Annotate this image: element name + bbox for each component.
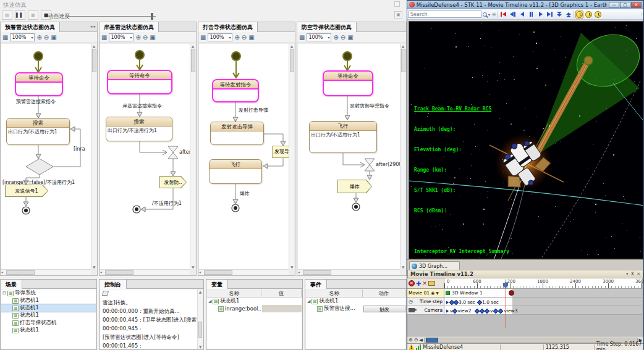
timeline-ruler[interactable]: 0 600 1200 1800 2400 3000 3600 (444, 278, 642, 289)
expander-icon[interactable]: ◢ (307, 299, 310, 304)
zoom-out-icon[interactable]: ⊖ (143, 35, 148, 41)
zoom-in-icon[interactable]: ⊕ (409, 337, 413, 343)
go-to-start-button[interactable] (499, 10, 507, 19)
keyframe-icon[interactable] (477, 299, 482, 304)
variable-row-inrange[interactable]: inrange:bool... (207, 305, 302, 312)
tree-item-statemachine-selected[interactable]: 状态机1 (1, 304, 96, 312)
search-input[interactable] (409, 10, 481, 18)
time-event-hourglass[interactable] (168, 146, 178, 152)
diagram-canvas-4[interactable]: 等待命令 发射防御导弹指令 飞行 出口行为/不适用行为1 after(2900 … (298, 44, 400, 269)
tree-item-statemachine[interactable]: 状态机1 (1, 297, 96, 304)
h-scrollbar[interactable]: ◂ (298, 269, 400, 275)
step-back-button[interactable] (509, 10, 517, 19)
fit-view-icon[interactable]: ▣ (248, 35, 254, 41)
clip-end-marker[interactable] (509, 290, 514, 296)
tab-scene[interactable]: 场景 (1, 280, 22, 289)
v-scrollbar[interactable]: ▲▼ (289, 44, 294, 269)
initial-node[interactable] (135, 51, 144, 59)
zoom-out-icon[interactable]: ⊖ (242, 35, 247, 41)
zoom-in-icon[interactable]: ⊕ (333, 35, 338, 41)
send-signal-shape[interactable]: 爆炸 (337, 180, 372, 193)
events-root-row[interactable]: ◢ 状态机1 (306, 298, 405, 305)
tree-item-strike-missile-sm[interactable]: 打击导弹状态机 (1, 319, 96, 327)
toolbar-overflow-icon[interactable]: ⁞ (641, 12, 642, 17)
search-dropdown-icon[interactable]: ▾ (488, 12, 490, 17)
initial-node[interactable] (34, 52, 43, 60)
keyframe-icon[interactable] (485, 308, 489, 313)
tab-3d-graphics[interactable]: 3D Graph... (409, 261, 460, 270)
zoom-in-icon[interactable]: ⊕ (36, 35, 41, 41)
maximize-button[interactable]: ▢ (620, 2, 630, 8)
initial-node[interactable] (343, 52, 352, 60)
tab-strike-missile[interactable]: 打击导弹状态图仿真 (198, 22, 258, 32)
tree-item-statemachine[interactable]: 状态机1 (1, 312, 96, 319)
console-scrollbar[interactable]: ▲▼ (197, 290, 203, 349)
record-movie-icon[interactable]: ✕ (409, 280, 415, 286)
row-dropdown-icon[interactable]: ▼ (436, 291, 439, 295)
keyframe-start-icon[interactable] (446, 309, 449, 313)
state-search[interactable]: 搜索 出口行为/不适用行为1 (106, 117, 172, 141)
realtime-clock-icon[interactable] (575, 10, 583, 19)
fit-view-icon[interactable]: ▣ (51, 35, 56, 41)
time-event-hourglass[interactable] (365, 159, 375, 165)
warning-icon[interactable]: ! (409, 344, 414, 350)
state-wait-command[interactable]: 等待命令 (323, 70, 373, 96)
add-track-icon[interactable]: ✚ (416, 280, 421, 287)
col-header-value[interactable]: 值 (261, 290, 302, 297)
resume-button[interactable]: ▣ (28, 10, 38, 20)
play-backward-button[interactable] (518, 10, 526, 19)
zoom-select[interactable]: 100%▾ (109, 33, 133, 41)
tree-item-statemachine[interactable]: 状态机1 (1, 327, 96, 334)
decision-diamond[interactable] (26, 159, 53, 175)
grid-icon[interactable]: ▦ (2, 35, 8, 41)
time-mode-clock-icon[interactable] (585, 10, 593, 19)
pin-icon[interactable]: ⊼ (630, 272, 634, 277)
zoom-out-icon[interactable]: ⊖ (44, 35, 49, 41)
keyframe-icon[interactable] (454, 299, 459, 304)
delete-icon[interactable]: ✕ (422, 280, 427, 286)
tab-console[interactable]: 控制台 (100, 280, 127, 289)
tab-air-defense-missile[interactable]: 防空导弹状态图仿真 (297, 22, 357, 32)
tab-variables[interactable]: 变量 (206, 280, 228, 289)
animation-speed-slider[interactable] (68, 16, 156, 17)
state-flight[interactable]: 飞行 出口行为/不适用行为1 (309, 121, 377, 153)
step-forward-button[interactable] (546, 10, 554, 19)
close-button[interactable]: ✕ (631, 2, 642, 8)
eye-icon[interactable]: ◉ (431, 291, 434, 296)
diagram-canvas-3[interactable]: 等待发射指令 发射打击导弹 发射攻击导弹 发现导弹 飞行 爆炸 (199, 44, 289, 269)
h-scrollbar[interactable]: ◂ (199, 269, 289, 275)
grid-icon[interactable]: ▦ (299, 35, 305, 41)
console-log[interactable]: 雷达]转换。 00:00:00,000：重新开始仿真... 00:00:00,4… (100, 299, 203, 349)
scroll-left-icon[interactable]: ◀ (419, 338, 422, 343)
keyframe-icon[interactable] (452, 308, 457, 313)
record-steps-button[interactable]: ▦ (2, 10, 12, 20)
zoom-select[interactable]: 100%▾ (10, 33, 35, 41)
expander-icon[interactable]: ◢ (208, 299, 211, 304)
v-scrollbar[interactable]: ▲▼ (91, 44, 96, 269)
zoom-select[interactable]: 100%▾ (307, 33, 331, 41)
3d-graphics-view[interactable]: Track_Beam-To-RV Radar RCS Azimuth (deg)… (409, 21, 643, 259)
keyframe-icon[interactable] (498, 308, 503, 313)
close-panel-icon[interactable]: ✕ (637, 272, 640, 277)
collapse-icon[interactable]: ⊟ (2, 291, 6, 296)
trigger-event-button[interactable]: 触发 (363, 306, 405, 312)
state-launch-attack-missile[interactable]: 发射攻击导弹 (210, 122, 264, 145)
zoom-in-icon[interactable]: ⊕ (135, 35, 140, 41)
search-icon[interactable] (483, 12, 487, 17)
grid-icon[interactable]: ▦ (101, 35, 107, 41)
state-wait-launch-command[interactable]: 等待发射指令 (212, 79, 259, 102)
h-scrollbar[interactable]: ◂ (1, 269, 91, 275)
variable-value-cell[interactable] (262, 305, 302, 312)
increase-speed-icon[interactable] (564, 10, 572, 19)
gear-icon[interactable]: ✳ (491, 11, 496, 18)
tab-events[interactable]: 事件 (305, 280, 327, 289)
v-scrollbar[interactable]: ▲▼ (190, 44, 195, 269)
folder-icon[interactable] (428, 281, 435, 286)
zoom-out-icon[interactable]: ⊖ (414, 337, 418, 343)
state-search[interactable]: 搜索 出口行为/不适用行为1 (6, 118, 70, 145)
zoom-out-icon[interactable]: ⊖ (341, 35, 345, 41)
diagram-canvas-2[interactable]: 等待命令 岸基雷达搜索指令 搜索 出口行为/不适用行为1 after(1500 … (100, 44, 190, 269)
state-wait-command[interactable]: 等待命令 (107, 70, 172, 94)
state-flight[interactable]: 飞行 (209, 159, 262, 184)
col-header-action[interactable]: 动作 (363, 290, 405, 297)
